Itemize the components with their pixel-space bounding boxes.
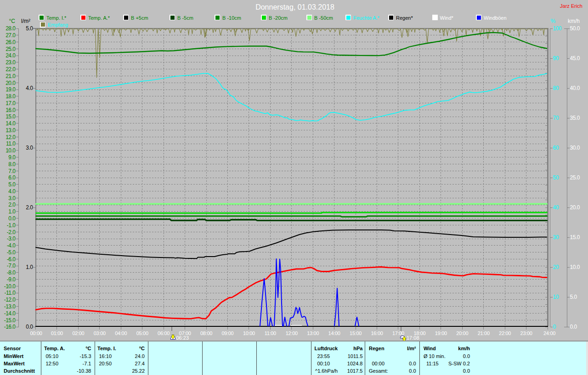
svg-text:10.0: 10.0 bbox=[6, 147, 16, 154]
svg-text:-1.0: -1.0 bbox=[7, 222, 16, 229]
svg-text:15:00: 15:00 bbox=[350, 330, 362, 336]
svg-text:-11.0: -11.0 bbox=[5, 290, 16, 296]
svg-text:27.0: 27.0 bbox=[6, 32, 16, 39]
svg-text:40.0: 40.0 bbox=[570, 85, 580, 91]
svg-text:Jarz Erich: Jarz Erich bbox=[560, 3, 582, 9]
svg-text:13:00: 13:00 bbox=[307, 330, 319, 336]
svg-text:15.0: 15.0 bbox=[6, 113, 16, 120]
svg-text:24:00: 24:00 bbox=[543, 330, 555, 336]
svg-text:9.0: 9.0 bbox=[8, 154, 16, 161]
svg-text:1.0: 1.0 bbox=[8, 208, 16, 215]
svg-text:21.0: 21.0 bbox=[6, 73, 16, 79]
svg-text:26.0: 26.0 bbox=[6, 39, 16, 45]
svg-text:-4.0: -4.0 bbox=[7, 242, 16, 249]
svg-text:10:00: 10:00 bbox=[243, 330, 255, 336]
svg-text:25.0: 25.0 bbox=[6, 46, 16, 52]
svg-text:Feuchte A.*: Feuchte A.* bbox=[353, 15, 380, 21]
svg-text:-10.0: -10.0 bbox=[4, 283, 16, 290]
svg-text:05:00: 05:00 bbox=[136, 330, 148, 336]
svg-text:B -10cm: B -10cm bbox=[222, 15, 241, 21]
svg-text:5.0: 5.0 bbox=[8, 181, 16, 188]
svg-text:°C: °C bbox=[9, 18, 16, 24]
svg-text:3.0: 3.0 bbox=[26, 145, 33, 151]
svg-text:0.0: 0.0 bbox=[26, 324, 33, 330]
svg-text:50: 50 bbox=[553, 174, 559, 181]
svg-text:-2.0: -2.0 bbox=[7, 229, 16, 235]
svg-text:100: 100 bbox=[553, 25, 562, 32]
svg-text:3.0: 3.0 bbox=[8, 195, 16, 201]
svg-text:Windböen: Windböen bbox=[484, 15, 507, 21]
svg-text:1.0: 1.0 bbox=[26, 264, 33, 270]
svg-text:17.0: 17.0 bbox=[6, 100, 16, 106]
svg-text:22.0: 22.0 bbox=[6, 66, 16, 73]
svg-text:0.0: 0.0 bbox=[570, 324, 577, 330]
svg-text:4.0: 4.0 bbox=[8, 188, 16, 195]
svg-text:08:00: 08:00 bbox=[200, 330, 212, 336]
svg-text:02:00: 02:00 bbox=[72, 330, 84, 336]
svg-text:23.0: 23.0 bbox=[6, 59, 16, 66]
svg-text:20.0: 20.0 bbox=[570, 204, 580, 211]
svg-text:28.0: 28.0 bbox=[6, 25, 16, 32]
svg-text:30.0: 30.0 bbox=[570, 145, 580, 151]
svg-text:70: 70 bbox=[553, 115, 559, 121]
svg-text:5.0: 5.0 bbox=[570, 294, 577, 300]
svg-text:17:00: 17:00 bbox=[392, 330, 404, 336]
svg-text:km/h: km/h bbox=[568, 18, 580, 24]
svg-text:50.0: 50.0 bbox=[570, 25, 580, 32]
svg-text:-8.0: -8.0 bbox=[7, 269, 16, 276]
svg-text:B -50cm: B -50cm bbox=[314, 15, 333, 21]
svg-text:-3.0: -3.0 bbox=[7, 235, 16, 242]
svg-text:09:00: 09:00 bbox=[221, 330, 233, 336]
svg-text:0.0: 0.0 bbox=[8, 215, 16, 222]
svg-text:04:00: 04:00 bbox=[115, 330, 127, 336]
svg-text:B -5cm: B -5cm bbox=[177, 15, 193, 21]
svg-text:35.0: 35.0 bbox=[570, 115, 580, 121]
svg-text:19:00: 19:00 bbox=[435, 330, 447, 336]
svg-text:18.0: 18.0 bbox=[6, 93, 16, 100]
svg-text:00:00: 00:00 bbox=[30, 330, 42, 336]
svg-text:Temp. A.*: Temp. A.* bbox=[88, 15, 110, 21]
svg-text:06:00: 06:00 bbox=[158, 330, 170, 336]
svg-text:B -20cm: B -20cm bbox=[269, 15, 288, 21]
svg-text:-15.0: -15.0 bbox=[4, 317, 16, 324]
svg-text:90: 90 bbox=[553, 55, 559, 62]
svg-text:20.0: 20.0 bbox=[6, 80, 16, 86]
svg-text:10.0: 10.0 bbox=[570, 264, 580, 270]
svg-text:6.0: 6.0 bbox=[8, 174, 16, 181]
svg-text:-14.0: -14.0 bbox=[4, 310, 16, 317]
svg-text:01:00: 01:00 bbox=[51, 330, 63, 336]
svg-text:10: 10 bbox=[553, 294, 559, 300]
svg-text:B +5cm: B +5cm bbox=[131, 15, 148, 21]
svg-text:06:23: 06:23 bbox=[176, 335, 189, 341]
svg-text:80: 80 bbox=[553, 85, 559, 91]
svg-text:-5.0: -5.0 bbox=[7, 249, 16, 256]
svg-text:Donnerstag, 01.03.2018: Donnerstag, 01.03.2018 bbox=[255, 3, 334, 11]
svg-text:14.0: 14.0 bbox=[6, 120, 16, 127]
svg-text:8.0: 8.0 bbox=[8, 161, 16, 168]
svg-text:16:00: 16:00 bbox=[371, 330, 383, 336]
svg-text:20: 20 bbox=[553, 264, 559, 270]
svg-text:-6.0: -6.0 bbox=[7, 256, 16, 263]
svg-text:21:00: 21:00 bbox=[478, 330, 490, 336]
svg-text:-16.0: -16.0 bbox=[4, 324, 16, 330]
svg-text:19.0: 19.0 bbox=[6, 86, 16, 93]
svg-text:-9.0: -9.0 bbox=[7, 276, 16, 283]
svg-text:25.0: 25.0 bbox=[570, 174, 580, 181]
svg-text:11.0: 11.0 bbox=[6, 140, 16, 147]
svg-text:03:00: 03:00 bbox=[94, 330, 106, 336]
svg-text:40: 40 bbox=[553, 204, 559, 211]
svg-text:17:08: 17:08 bbox=[407, 335, 419, 341]
svg-text:2.0: 2.0 bbox=[26, 204, 33, 211]
svg-text:Wind*: Wind* bbox=[440, 15, 454, 21]
svg-text:-13.0: -13.0 bbox=[4, 303, 16, 310]
svg-text:-12.0: -12.0 bbox=[4, 297, 16, 303]
svg-text:16.0: 16.0 bbox=[6, 107, 16, 113]
svg-text:24.0: 24.0 bbox=[6, 52, 16, 59]
svg-text:12.0: 12.0 bbox=[6, 134, 16, 140]
svg-text:23:00: 23:00 bbox=[520, 330, 532, 336]
svg-text:Temp. I.*: Temp. I.* bbox=[46, 15, 67, 21]
svg-text:12:00: 12:00 bbox=[286, 330, 298, 336]
svg-text:13.0: 13.0 bbox=[6, 127, 16, 134]
svg-text:Empfang: Empfang bbox=[48, 22, 68, 28]
svg-text:Regen*: Regen* bbox=[396, 15, 413, 21]
